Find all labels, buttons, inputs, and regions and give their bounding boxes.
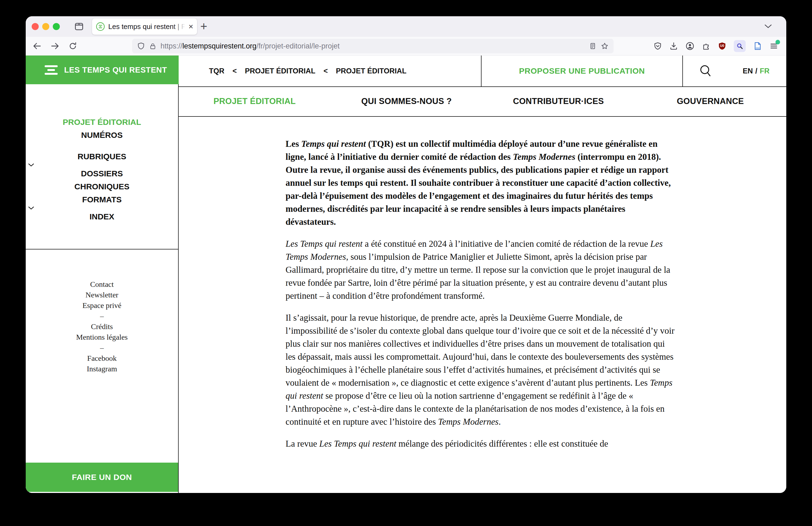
site-page: LES TEMPS QUI RESTENT TQR<PROJET ÉDITORI… <box>26 56 786 493</box>
sidebar-item-label: INDEX <box>90 212 115 221</box>
sidebar-item-chroniques[interactable]: CHRONIQUES <box>26 180 178 193</box>
reader-view-icon[interactable] <box>589 42 597 50</box>
paragraph-3: Il s’agissait, pour la revue historique,… <box>286 311 675 428</box>
extensions-puzzle-icon[interactable] <box>702 42 710 51</box>
breadcrumb-item-projet-editorial[interactable]: PROJET ÉDITORIAL <box>336 67 407 75</box>
sidebar-item-label: NUMÉROS <box>81 130 122 140</box>
divider-dash: – <box>26 342 178 353</box>
sidebar-item-formats[interactable]: FORMATS <box>26 193 178 210</box>
search-icon[interactable] <box>699 64 713 78</box>
tab-contributeur-ices[interactable]: CONTRIBUTEUR·ICES <box>483 86 635 116</box>
lang-en[interactable]: EN <box>743 67 753 75</box>
breadcrumb-separator: < <box>323 67 328 75</box>
url-text: https://lestempsquirestent.org/fr/projet… <box>160 42 340 51</box>
tab-title: Les temps qui restent | Projet éd <box>108 23 185 31</box>
breadcrumb: TQR<PROJET ÉDITORIAL<PROJET ÉDITORIAL <box>179 56 481 86</box>
header-utility-zone: EN / FR <box>683 56 786 86</box>
main-content: Les Temps qui restent (TQR) est un colle… <box>179 116 786 493</box>
back-button[interactable] <box>33 42 41 51</box>
sidebar-item-numeros[interactable]: NUMÉROS <box>26 129 178 142</box>
sidebar-item-projet-editorial[interactable]: PROJET ÉDITORIAL <box>26 116 178 129</box>
footer-link-instagram[interactable]: Instagram <box>26 364 178 374</box>
tab-strip: Les temps qui restent | Projet éd × + <box>26 16 786 37</box>
menu-hamburger-icon[interactable] <box>769 42 778 51</box>
footer-link-contact[interactable]: Contact <box>26 279 178 289</box>
footer-link-facebook[interactable]: Facebook <box>26 353 178 364</box>
paragraph-2: Les Temps qui restent a été constitué en… <box>286 237 675 302</box>
sidebar-item-label: PROJET ÉDITORIAL <box>63 117 141 127</box>
zoom-window-button[interactable] <box>53 23 60 30</box>
breadcrumb-item-tqr[interactable]: TQR <box>209 67 224 75</box>
site-header: TQR<PROJET ÉDITORIAL<PROJET ÉDITORIAL PR… <box>179 56 786 87</box>
propose-publication-button[interactable]: PROPOSER UNE PUBLICATION <box>481 56 683 86</box>
tracking-protection-shield-icon[interactable] <box>137 42 145 50</box>
article: Les Temps qui restent (TQR) est un colle… <box>286 137 675 450</box>
minimize-window-button[interactable] <box>42 23 49 30</box>
reload-button[interactable] <box>69 42 77 51</box>
url-bar[interactable]: https://lestempsquirestent.org/fr/projet… <box>132 39 613 53</box>
forward-button[interactable] <box>50 42 59 51</box>
sidebar-footer-links: ContactNewsletterEspace privé–CréditsMen… <box>26 279 178 374</box>
window-controls <box>32 23 60 30</box>
divider-dash: – <box>26 311 178 321</box>
browser-tab[interactable]: Les temps qui restent | Projet éd × <box>92 18 197 35</box>
site-logo-block[interactable]: LES TEMPS QUI RESTENT <box>26 56 179 84</box>
list-tabs-chevron-icon[interactable] <box>764 23 772 29</box>
breadcrumb-separator: < <box>232 67 237 75</box>
paragraph-4: La revue Les Temps qui restent mélange d… <box>286 437 675 450</box>
breadcrumb-item-projet-editorial[interactable]: PROJET ÉDITORIAL <box>245 67 316 75</box>
close-window-button[interactable] <box>32 23 39 30</box>
url-domain: lestempsquirestent.org <box>183 42 256 50</box>
language-switcher: EN / FR <box>743 67 769 75</box>
sidebar-item-label: CHRONIQUES <box>74 182 129 191</box>
tab-qui-sommes-nous[interactable]: QUI SOMMES-NOUS ? <box>331 86 482 116</box>
navigation-toolbar: https://lestempsquirestent.org/fr/projet… <box>26 37 786 56</box>
footer-link-espace-prive[interactable]: Espace privé <box>26 300 178 311</box>
lang-fr[interactable]: FR <box>760 67 769 75</box>
sidebar-divider <box>26 249 178 250</box>
url-path: /fr/projet-editorial/le-projet <box>256 42 340 50</box>
tab-close-icon[interactable]: × <box>188 23 193 31</box>
toolbar-extensions: U0 <box>653 37 778 55</box>
menu-notification-dot <box>775 40 780 44</box>
footer-link-newsletter[interactable]: Newsletter <box>26 289 178 300</box>
sidebar-item-label: RUBRIQUES <box>77 152 126 161</box>
shield-check-icon[interactable] <box>653 42 662 51</box>
site-favicon <box>96 22 105 31</box>
tqr-logo-icon <box>45 65 58 75</box>
url-protocol: https:// <box>160 42 183 50</box>
lock-icon[interactable] <box>149 43 157 50</box>
paragraph-1: Les Temps qui restent (TQR) est un colle… <box>286 137 675 228</box>
sidebar-item-label: FORMATS <box>82 195 121 204</box>
account-icon[interactable] <box>685 41 695 51</box>
footer-link-mentions-legales[interactable]: Mentions légales <box>26 332 178 342</box>
ublock-icon[interactable]: U0 <box>718 42 726 51</box>
tab-gouvernance[interactable]: GOUVERNANCE <box>635 86 786 116</box>
sidebar-item-rubriques[interactable]: RUBRIQUES <box>26 150 178 167</box>
footer-link-credits[interactable]: Crédits <box>26 321 178 332</box>
sidebar-item-dossiers[interactable]: DOSSIERS <box>26 167 178 180</box>
site-title: LES TEMPS QUI RESTENT <box>64 66 167 74</box>
browser-window: Les temps qui restent | Projet éd × + <box>26 16 786 493</box>
bookmark-star-icon[interactable] <box>600 42 609 50</box>
sidebar: PROJET ÉDITORIALNUMÉROSRUBRIQUESDOSSIERS… <box>26 84 179 493</box>
downloads-icon[interactable] <box>669 42 678 51</box>
svg-text:U0: U0 <box>720 44 724 48</box>
search-extension-icon[interactable] <box>734 40 746 52</box>
sidebar-item-label: DOSSIERS <box>81 169 123 178</box>
donate-button[interactable]: FAIRE UN DON <box>26 463 178 492</box>
chevron-down-icon <box>28 206 34 210</box>
tab-projet-editorial[interactable]: PROJET ÉDITORIAL <box>179 86 331 116</box>
lang-separator: / <box>755 67 757 75</box>
firefox-view-icon[interactable] <box>74 22 84 32</box>
document-icon[interactable] <box>753 41 762 51</box>
chevron-down-icon <box>28 163 34 167</box>
sidebar-item-index[interactable]: INDEX <box>26 210 178 223</box>
main-nav: PROJET ÉDITORIALQUI SOMMES-NOUS ?CONTRIB… <box>179 86 786 117</box>
sidebar-nav: PROJET ÉDITORIALNUMÉROSRUBRIQUESDOSSIERS… <box>26 116 178 223</box>
new-tab-button[interactable]: + <box>200 19 207 33</box>
